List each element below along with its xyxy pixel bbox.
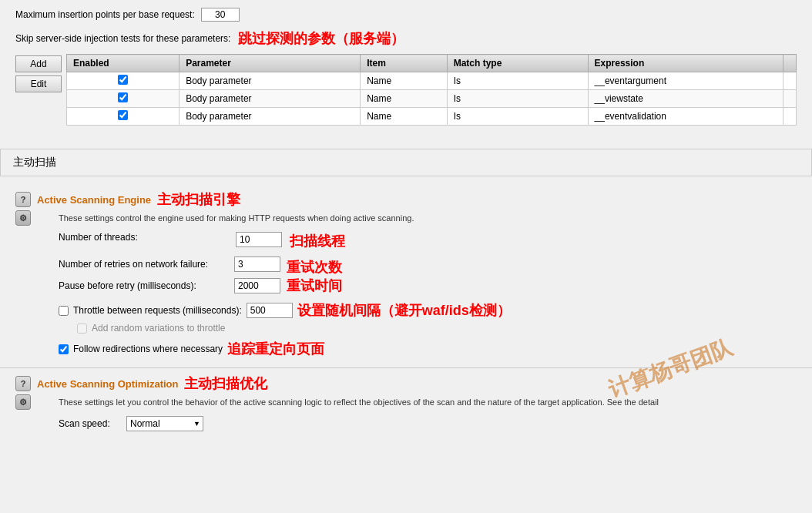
threads-annotation: 扫描线程 (290, 232, 345, 250)
random-checkbox[interactable] (77, 324, 87, 334)
col-match-type: Match type (447, 55, 588, 72)
active-scan-header-section: 主动扫描 (0, 149, 812, 176)
row2-scroll (783, 90, 797, 108)
row2-parameter: Body parameter (180, 90, 361, 108)
col-enabled: Enabled (67, 55, 180, 72)
engine-panel: Active Scanning Engine 主动扫描引擎 These sett… (37, 190, 797, 361)
col-parameter: Parameter (180, 55, 361, 72)
row2-match-type: Is (447, 90, 588, 108)
optimization-gear-icon[interactable]: ⚙ (15, 394, 31, 410)
row1-expression: __eventargument (588, 72, 783, 90)
params-table: Enabled Parameter Item Match type Expres… (66, 54, 797, 126)
top-section: Maximum insertion points per base reques… (0, 0, 812, 141)
optimization-description: These settings let you control the behav… (59, 397, 797, 407)
row3-enabled[interactable] (67, 108, 180, 126)
throttle-input[interactable] (247, 303, 293, 318)
row3-scroll (783, 108, 797, 126)
pause-input[interactable] (234, 278, 280, 293)
throttle-label: Throttle between requests (milliseconds)… (73, 305, 242, 316)
engine-title-annotation: 主动扫描引擎 (157, 190, 240, 209)
optimization-title-row: Active Scanning Optimization 主动扫描优化 (37, 374, 797, 393)
row1-match-type: Is (447, 72, 588, 90)
pause-annotation: 重试时间 (287, 277, 342, 295)
row1-item: Name (361, 72, 448, 90)
row2-enabled[interactable] (67, 90, 180, 108)
skip-annotation: 跳过探测的参数（服务端） (238, 29, 404, 48)
max-insertion-input[interactable] (201, 8, 240, 22)
follow-checkbox[interactable] (59, 344, 69, 354)
throttle-checkbox[interactable] (59, 306, 69, 316)
row1-enabled[interactable] (67, 72, 180, 90)
retries-annotation: 重试次数 (287, 258, 342, 277)
optimization-title-annotation: 主动扫描优化 (184, 374, 267, 393)
skip-row: Skip server-side injection tests for the… (15, 29, 797, 48)
help-icon[interactable]: ? (15, 192, 31, 207)
optimization-title: Active Scanning Optimization (37, 378, 178, 390)
engine-title: Active Scanning Engine (37, 194, 151, 206)
row1-parameter: Body parameter (180, 72, 361, 90)
table-row: Body parameter Name Is __eventargument (67, 72, 797, 90)
retries-input[interactable] (234, 256, 280, 272)
scan-speed-select[interactable]: Fast Normal Slow Thorough (126, 416, 203, 431)
row3-parameter: Body parameter (180, 108, 361, 126)
retries-label: Number of retries on network failure: (59, 259, 228, 270)
edit-button[interactable]: Edit (15, 75, 62, 92)
add-button[interactable]: Add (15, 55, 62, 72)
col-item: Item (361, 55, 448, 72)
random-label: Add random variations to throttle (92, 323, 225, 334)
throttle-annotation: 设置随机间隔（避开waf/ids检测） (297, 301, 511, 320)
skip-label: Skip server-side injection tests for the… (15, 33, 230, 44)
table-row: Body parameter Name Is __viewstate (67, 90, 797, 108)
row3-item: Name (361, 108, 448, 126)
threads-row: Number of threads: 扫描线程 (59, 232, 797, 250)
row3-expression: __eventvalidation (588, 108, 783, 126)
row3-match-type: Is (447, 108, 588, 126)
scan-speed-label: Scan speed: (59, 418, 120, 429)
optimization-panel: Active Scanning Optimization 主动扫描优化 Thes… (37, 374, 797, 431)
scrollbar-col (783, 55, 797, 72)
max-insertion-row: Maximum insertion points per base reques… (15, 8, 797, 22)
active-scan-header: 主动扫描 (13, 156, 56, 168)
follow-annotation: 追踪重定向页面 (227, 340, 324, 358)
row2-expression: __viewstate (588, 90, 783, 108)
threads-input[interactable] (236, 232, 282, 247)
engine-description: These settings control the engine used f… (59, 213, 797, 223)
threads-label: Number of threads: (59, 232, 228, 243)
pause-label: Pause before retry (milliseconds): (59, 280, 228, 291)
follow-label: Follow redirections where necessary (73, 344, 223, 354)
scan-speed-wrapper: Fast Normal Slow Thorough (126, 416, 203, 431)
table-row: Body parameter Name Is __eventvalidation (67, 108, 797, 126)
row2-item: Name (361, 90, 448, 108)
max-insertion-label: Maximum insertion points per base reques… (15, 9, 195, 20)
engine-title-row: Active Scanning Engine 主动扫描引擎 (37, 190, 797, 209)
optimization-help-icon[interactable]: ? (15, 376, 31, 391)
row1-scroll (783, 72, 797, 90)
main-wrapper: Maximum insertion points per base reques… (0, 0, 812, 445)
table-btn-group: Add Edit (15, 54, 62, 92)
gear-icon[interactable]: ⚙ (15, 210, 31, 226)
col-expression: Expression (588, 55, 783, 72)
table-section: Add Edit Enabled Parameter Item Match ty… (15, 54, 797, 126)
